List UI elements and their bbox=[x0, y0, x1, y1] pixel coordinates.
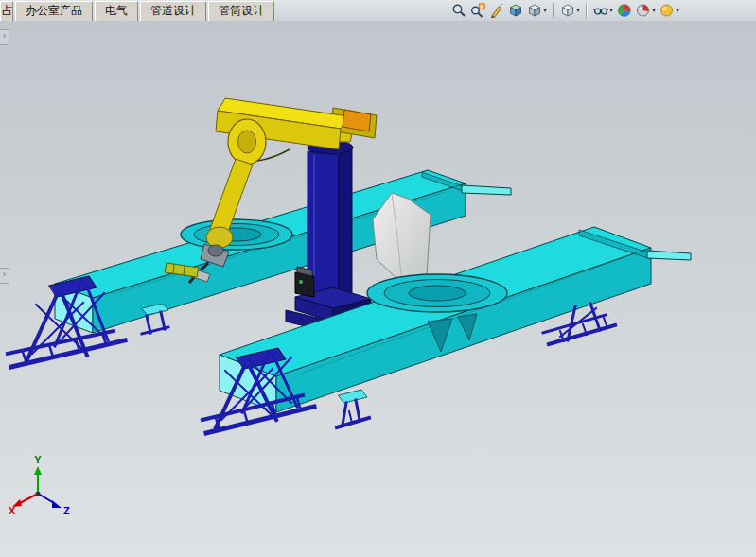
dropdown-arrow-icon: ▾ bbox=[543, 7, 547, 14]
dropdown-arrow-icon: ▾ bbox=[609, 7, 613, 14]
hide-show-items-icon[interactable]: ▾ bbox=[592, 1, 614, 20]
tab-electrical[interactable]: 电气 bbox=[95, 1, 138, 22]
panel-flyout-button-middle[interactable]: › bbox=[0, 268, 9, 284]
section-view-icon[interactable] bbox=[507, 1, 524, 20]
tab-partial[interactable]: 占 bbox=[0, 1, 13, 22]
triad-y-label: Y bbox=[34, 454, 42, 465]
zoom-to-fit-icon[interactable] bbox=[450, 1, 467, 20]
view-settings-icon[interactable]: ▾ bbox=[659, 1, 680, 20]
toolbar-separator bbox=[553, 3, 554, 18]
view-orientation-icon[interactable]: ▾ bbox=[526, 1, 548, 20]
command-tab-bar: 占 办公室产品 电气 管道设计 管筒设计 ▾ bbox=[0, 0, 756, 22]
ring-flange-hole bbox=[409, 286, 466, 301]
panel-flyout-button-top[interactable]: › bbox=[0, 29, 9, 45]
triad-z-label: Z bbox=[63, 505, 70, 516]
apply-scene-icon[interactable]: ▾ bbox=[635, 1, 657, 20]
toolbar-separator bbox=[586, 3, 588, 18]
heads-up-view-toolbar: ▾ ▾ ▾ ▾ ▾ bbox=[450, 0, 680, 21]
pen-sketch-icon[interactable] bbox=[488, 1, 505, 20]
tab-tubing-design[interactable]: 管筒设计 bbox=[208, 1, 274, 22]
edit-appearance-icon[interactable] bbox=[616, 1, 633, 20]
zoom-to-area-icon[interactable] bbox=[469, 1, 486, 20]
column-side-face bbox=[339, 149, 352, 305]
triad-x-label: X bbox=[9, 505, 16, 516]
tab-office-products[interactable]: 办公室产品 bbox=[15, 1, 93, 22]
tab-piping-design[interactable]: 管道设计 bbox=[140, 1, 206, 22]
solidworks-window: 占 办公室产品 电气 管道设计 管筒设计 ▾ bbox=[0, 0, 756, 557]
robot-wrist-joint bbox=[206, 227, 233, 248]
command-tabs: 占 办公室产品 电气 管道设计 管筒设计 bbox=[0, 0, 276, 22]
model-canvas: Y X Z bbox=[0, 21, 756, 557]
robot-wrist-hub bbox=[208, 245, 223, 256]
dropdown-arrow-icon: ▾ bbox=[652, 7, 656, 14]
robot-shoulder-hub bbox=[238, 131, 256, 153]
dropdown-arrow-icon: ▾ bbox=[576, 7, 580, 14]
dropdown-arrow-icon: ▾ bbox=[676, 7, 679, 14]
graphics-viewport[interactable]: › › bbox=[0, 21, 756, 557]
motor-indicator bbox=[299, 280, 303, 284]
display-style-icon[interactable]: ▾ bbox=[559, 1, 581, 20]
